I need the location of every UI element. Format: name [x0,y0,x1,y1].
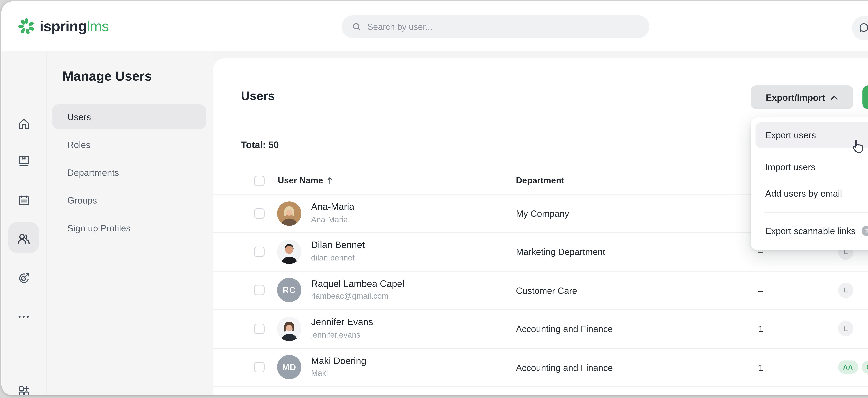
select-all-checkbox[interactable] [254,175,265,186]
user-name: Maki Doering [311,355,366,366]
column-header-user-name[interactable]: User Name [278,176,334,185]
user-department: My Company [516,208,569,219]
table-row[interactable]: Jennifer Evansjennifer.evansAccounting a… [213,310,868,348]
search-icon [351,22,362,32]
column-header-department[interactable]: Department [516,176,564,185]
rail-item-calendar[interactable] [10,186,37,214]
role-badge: AA [838,361,858,374]
row-checkbox[interactable] [254,324,265,334]
search-placeholder: Search by user... [367,22,432,32]
add-ons-icon [16,384,31,395]
icon-rail [1,51,46,395]
rail-item-home[interactable] [10,110,37,137]
app-window: ispringlms Search by user... [1,1,868,395]
user-login: jennifer.evans [311,331,361,339]
avatar [277,240,301,264]
rail-item-courses[interactable] [10,147,37,174]
menu-item-add-users-by-email[interactable]: Add users by email [751,183,868,204]
help-icon: ? [862,225,868,236]
groups-count: 1 [758,362,763,373]
nav-items: UsersRolesDepartmentsGroupsSign up Profi… [52,104,206,243]
table-row[interactable]: RCRaquel Lambea Capelrlambeac@gmail.comC… [213,271,868,310]
nav-item-groups[interactable]: Groups [52,187,206,213]
menu-item-export-users[interactable]: Export users [751,122,868,148]
user-login: dilan.bennet [311,253,355,262]
rail-item-goals[interactable] [10,264,37,292]
role-badge: L [838,283,854,298]
rail-item-more[interactable] [10,303,37,331]
book-icon [16,153,31,168]
app-stage: ispringlms Search by user... [0,0,868,398]
nav-item-users[interactable]: Users [52,104,206,129]
groups-count: – [758,285,763,296]
table-row[interactable]: MDMaki DoeringMakiAccounting and Finance… [213,348,868,387]
avatar: RC [277,278,301,302]
groups-count: 1 [758,324,763,334]
avatar [277,201,301,225]
home-icon [16,116,31,131]
menu-item-export-scannable-links[interactable]: Export scannable links? [751,219,868,242]
user-name: Ana-Maria [311,202,354,212]
logo-text: ispringlms [39,18,109,34]
chat-icon [858,22,868,34]
logo-asterisk-icon [18,17,35,35]
user-login: Maki [311,369,328,377]
sort-asc-icon [327,177,334,185]
row-checkbox[interactable] [254,208,265,218]
calendar-icon [16,193,31,207]
user-department: Accounting and Finance [516,362,613,373]
user-name: Dilan Bennet [311,240,365,250]
users-icon [16,231,31,247]
row-checkbox[interactable] [254,247,265,257]
manage-users-panel: Manage Users UsersRolesDepartmentsGroups… [46,51,213,395]
role-badges: L [838,271,854,309]
user-department: Customer Care [516,285,577,296]
rail-item-users[interactable] [10,225,37,253]
avatar-initials: MD [277,355,301,379]
brand-logo: ispringlms [18,1,109,51]
user-login: rlambeac@gmail.com [311,292,389,300]
menu-item-import-users[interactable]: Import users [751,156,868,177]
nav-item-roles[interactable]: Roles [52,132,206,157]
menu-divider [764,212,868,213]
page-title: Manage Users [62,69,152,84]
role-badges: AACA [838,348,868,386]
chat-button[interactable] [852,16,868,40]
user-login: Ana-Maria [311,215,348,223]
role-badge: CA [861,361,868,374]
search-input[interactable]: Search by user... [342,15,649,38]
top-header: ispringlms Search by user... [1,1,868,52]
avatar [277,316,301,341]
target-arrow-icon [16,271,31,285]
user-name: Raquel Lambea Capel [311,278,404,289]
role-badges: L [838,310,854,348]
avatar: MD [277,355,301,379]
row-checkbox[interactable] [254,285,265,295]
export-import-menu: Export usersImport usersAdd users by ema… [751,117,868,250]
avatar-initials: RC [277,278,301,302]
user-department: Accounting and Finance [516,324,613,334]
nav-item-departments[interactable]: Departments [52,160,206,185]
rail-item-addons[interactable] [10,377,37,395]
user-name: Jennifer Evans [311,317,373,327]
user-department: Marketing Department [516,247,606,257]
role-badge: L [838,321,854,336]
ellipsis-icon [17,310,31,324]
nav-item-sign-up-profiles[interactable]: Sign up Profiles [52,215,206,240]
row-checkbox[interactable] [254,362,265,372]
